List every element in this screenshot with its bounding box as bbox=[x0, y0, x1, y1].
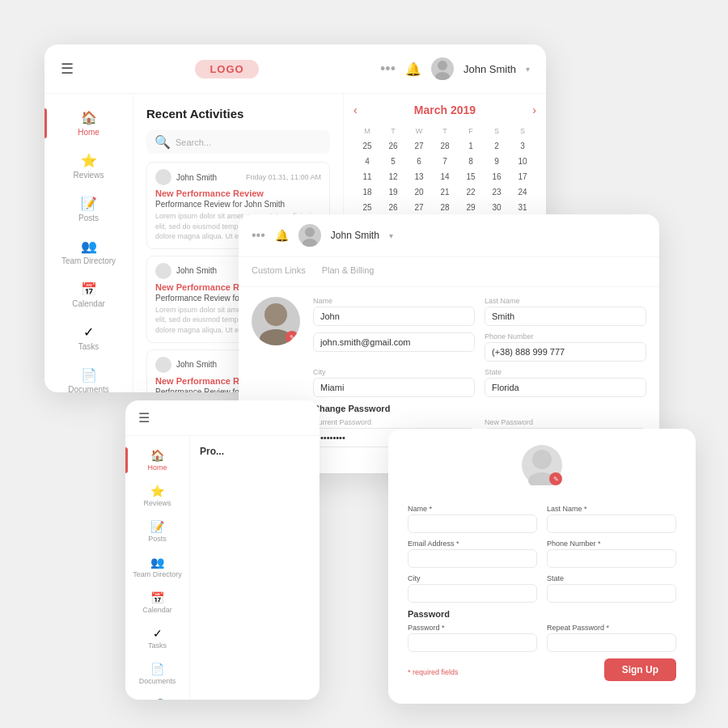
cal-day has-dot[interactable]: 5 bbox=[381, 154, 405, 168]
sidebar2-item-team[interactable]: 👥 Team Directory bbox=[125, 549, 189, 585]
cal-day[interactable]: 27 bbox=[407, 139, 431, 153]
svg-point-3 bbox=[303, 239, 317, 247]
sidebar2-item-calendar[interactable]: 📅 Calendar bbox=[125, 585, 189, 620]
sidebar2-item-reviews[interactable]: ⭐ Reviews bbox=[125, 478, 189, 514]
cal-day[interactable]: 28 bbox=[433, 201, 457, 214]
profile-dots-icon[interactable]: ••• bbox=[252, 228, 265, 243]
activity-user-2: John Smith bbox=[176, 360, 217, 369]
sidebar-item-home[interactable]: 🏠 Home bbox=[44, 102, 133, 145]
cal-day[interactable]: 31 bbox=[510, 201, 535, 214]
cal-day[interactable]: 24 bbox=[510, 185, 535, 199]
signup-email-input[interactable] bbox=[408, 549, 537, 568]
signup-state-input[interactable] bbox=[547, 584, 676, 603]
profile-chevron-icon[interactable]: ▾ bbox=[389, 231, 393, 240]
cal-day[interactable]: 6 bbox=[407, 154, 431, 168]
cal-day[interactable]: 10 bbox=[510, 154, 535, 168]
chevron-down-icon[interactable]: ▾ bbox=[526, 65, 530, 74]
cal-day[interactable]: 18 bbox=[355, 185, 379, 199]
phone-input[interactable] bbox=[485, 342, 646, 362]
posts-icon2: 📝 bbox=[150, 520, 164, 533]
cal-day[interactable]: 30 bbox=[485, 201, 509, 214]
svg-point-2 bbox=[305, 227, 315, 237]
sidebar2-item-posts[interactable]: 📝 Posts bbox=[125, 514, 189, 549]
signup-password-input[interactable] bbox=[408, 633, 537, 652]
signup-phone-input[interactable] bbox=[547, 549, 676, 568]
links-icon2: 🔗 bbox=[150, 698, 164, 700]
cal-day[interactable]: 26 bbox=[381, 201, 405, 214]
cal-day has-dot[interactable]: 20 bbox=[407, 185, 431, 199]
last-name-group: Last Name bbox=[485, 297, 646, 326]
cal-day[interactable]: 14 bbox=[433, 170, 457, 184]
sidebar-label-documents: Documents bbox=[68, 385, 109, 392]
cal-day[interactable]: 16 bbox=[485, 170, 509, 184]
bell-icon[interactable]: 🔔 bbox=[405, 61, 421, 77]
signup-avatar-edit-badge[interactable]: ✎ bbox=[549, 472, 562, 485]
cal-day[interactable]: 13 bbox=[407, 170, 431, 184]
sidebar-item-documents[interactable]: 📄 Documents bbox=[44, 359, 133, 392]
cal-day[interactable]: 11 bbox=[355, 170, 379, 184]
cal-day[interactable]: 26 bbox=[381, 139, 405, 153]
first-name-input[interactable] bbox=[313, 307, 475, 326]
cal-day[interactable]: 25 bbox=[355, 139, 379, 153]
cal-day today[interactable]: 3 bbox=[510, 139, 535, 153]
signup-button[interactable]: Sign Up bbox=[604, 658, 676, 681]
current-password-label: Current Password bbox=[313, 418, 475, 426]
cal-day[interactable]: 12 bbox=[381, 170, 405, 184]
search-bar[interactable]: 🔍 bbox=[146, 130, 330, 154]
cal-day[interactable]: 8 bbox=[459, 154, 483, 168]
cal-day[interactable]: 28 bbox=[433, 139, 457, 153]
sidebar2-item-documents[interactable]: 📄 Documents bbox=[125, 656, 189, 692]
sidebar2-item-home[interactable]: 🏠 Home bbox=[125, 442, 189, 478]
sidebar-item-posts[interactable]: 📝 Posts bbox=[44, 188, 133, 231]
sidebar2-item-links[interactable]: 🔗 Links bbox=[125, 692, 189, 700]
signup-repeat-password-input[interactable] bbox=[547, 633, 676, 652]
signup-lastname-input[interactable] bbox=[547, 514, 676, 533]
cal-day[interactable]: 29 bbox=[459, 201, 483, 214]
profile-bell-icon[interactable]: 🔔 bbox=[275, 229, 289, 242]
cal-day[interactable]: 23 bbox=[485, 185, 509, 199]
cal-day[interactable]: 19 bbox=[381, 185, 405, 199]
sidebar-menu-card: ☰ 🏠 Home ⭐ Reviews 📝 Posts 👥 Team Direct… bbox=[125, 400, 320, 700]
cal-day[interactable]: 9 bbox=[485, 154, 509, 168]
sidebar-content: Pro... bbox=[190, 436, 320, 699]
cal-day[interactable]: 22 bbox=[459, 185, 483, 199]
tab-custom-links[interactable]: Custom Links bbox=[252, 265, 306, 278]
sidebar-label-tasks: Tasks bbox=[78, 342, 99, 351]
sidebar-item-calendar[interactable]: 📅 Calendar bbox=[44, 273, 133, 316]
signup-lastname-label: Last Name * bbox=[547, 505, 676, 513]
cal-day[interactable]: 17 bbox=[510, 170, 535, 184]
sidebar-item-tasks[interactable]: ✓ Tasks bbox=[44, 316, 133, 359]
sidebar2-item-tasks[interactable]: ✓ Tasks bbox=[125, 620, 189, 656]
cal-prev-button[interactable]: ‹ bbox=[353, 104, 358, 116]
cal-day[interactable]: 21 bbox=[433, 185, 457, 199]
state-label: State bbox=[485, 368, 646, 376]
cal-day[interactable]: 25 bbox=[355, 201, 379, 214]
home-icon: 🏠 bbox=[81, 110, 97, 125]
signup-name-input[interactable] bbox=[408, 514, 537, 533]
new-password-label: New Password bbox=[485, 418, 646, 426]
cal-day has-dot[interactable]: 15 bbox=[459, 170, 483, 184]
hamburger-icon[interactable]: ☰ bbox=[61, 60, 74, 78]
avatar-edit-badge[interactable]: ✎ bbox=[286, 331, 298, 344]
tab-plan-billing[interactable]: Plan & Billing bbox=[322, 265, 375, 278]
cal-day[interactable]: 27 bbox=[407, 201, 431, 214]
email-input[interactable] bbox=[313, 332, 475, 352]
svg-point-1 bbox=[435, 72, 450, 80]
sidebar-item-team[interactable]: 👥 Team Directory bbox=[44, 231, 133, 273]
cal-day[interactable]: 1 bbox=[459, 139, 483, 153]
more-options-icon[interactable]: ••• bbox=[380, 61, 396, 78]
search-input[interactable] bbox=[176, 138, 322, 147]
cal-day[interactable]: 2 bbox=[485, 139, 509, 153]
last-name-input[interactable] bbox=[485, 307, 646, 326]
sidebar-item-reviews[interactable]: ⭐ Reviews bbox=[44, 145, 133, 188]
signup-city-input[interactable] bbox=[408, 584, 537, 603]
city-group: City bbox=[313, 368, 475, 397]
cal-day[interactable]: 7 bbox=[433, 154, 457, 168]
state-input[interactable] bbox=[485, 378, 646, 397]
sidebar-hamburger-icon[interactable]: ☰ bbox=[138, 410, 150, 425]
change-password-label: Change Password bbox=[313, 404, 646, 413]
signup-password-group: Password * bbox=[408, 624, 537, 652]
cal-next-button[interactable]: › bbox=[532, 104, 536, 116]
cal-day[interactable]: 4 bbox=[355, 154, 379, 168]
city-input[interactable] bbox=[313, 378, 475, 397]
